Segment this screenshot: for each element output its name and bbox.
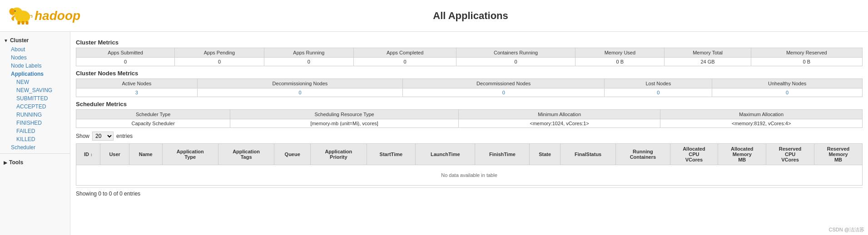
col-id[interactable]: ID ↕: [76, 144, 100, 165]
col-name[interactable]: Name: [129, 144, 162, 165]
showing-footer: Showing 0 to 0 of 0 entries: [76, 187, 863, 200]
scheduler-metrics-header-row: Scheduler Type Scheduling Resource Type …: [76, 110, 863, 119]
nodes-metrics-header-row: Active Nodes Decommissioning Nodes Decom…: [76, 79, 863, 88]
collapse-icon: ▼: [4, 38, 8, 43]
header: hadoop All Applications: [0, 0, 868, 32]
sidebar-item-new-saving[interactable]: NEW_SAVING: [9, 86, 70, 94]
main-layout: ▼ Cluster About Nodes Node Labels Applic…: [0, 32, 868, 235]
scheduler-metrics-data-row: Capacity Scheduler [memory-mb (unit=Mi),…: [76, 119, 863, 128]
showing-text: Showing 0 to 0 of 0 entries: [76, 191, 140, 197]
val-apps-pending: 0: [175, 58, 264, 66]
sidebar-item-scheduler[interactable]: Scheduler: [4, 143, 70, 152]
page-title: All Applications: [80, 10, 861, 22]
sidebar-item-running[interactable]: RUNNING: [9, 111, 70, 119]
cluster-metrics-header-row: Apps Submitted Apps Pending Apps Running…: [76, 48, 863, 58]
col-scheduler-type: Scheduler Type: [76, 110, 230, 119]
col-decommissioned-nodes: Decommissioned Nodes: [403, 79, 605, 88]
sidebar-item-about[interactable]: About: [4, 45, 70, 54]
scheduler-metrics-title: Scheduler Metrics: [76, 101, 863, 108]
col-application-priority[interactable]: ApplicationPriority: [311, 144, 367, 165]
logo-text: hadoop: [35, 9, 80, 23]
cluster-links: About Nodes Node Labels Applications NEW…: [0, 45, 70, 152]
val-decommissioning-nodes: 0: [197, 88, 402, 97]
sidebar: ▼ Cluster About Nodes Node Labels Applic…: [0, 32, 70, 235]
no-data-row: No data available in table: [76, 165, 863, 186]
sidebar-item-finished[interactable]: FINISHED: [9, 119, 70, 127]
entries-select[interactable]: 10 20 25 50 100: [92, 132, 114, 141]
sidebar-item-nodes[interactable]: Nodes: [4, 54, 70, 62]
col-apps-pending: Apps Pending: [175, 48, 264, 58]
col-finish-time[interactable]: FinishTime: [475, 144, 530, 165]
val-containers-running: 0: [456, 58, 575, 66]
val-apps-submitted: 0: [76, 58, 175, 66]
watermark: CSDN @洁洁苏: [829, 226, 864, 233]
tools-section: ▶ Tools: [0, 157, 70, 167]
cluster-metrics-table: Apps Submitted Apps Pending Apps Running…: [76, 48, 863, 66]
val-apps-completed: 0: [354, 58, 456, 66]
col-application-type[interactable]: ApplicationType: [162, 144, 218, 165]
sidebar-item-new[interactable]: NEW: [9, 78, 70, 86]
col-reserved-memory-mb[interactable]: ReservedMemoryMB: [814, 144, 862, 165]
sidebar-divider: [0, 153, 70, 154]
col-minimum-allocation: Minimum Allocation: [458, 110, 660, 119]
val-minimum-allocation: <memory:1024, vCores:1>: [458, 119, 660, 128]
hadoop-logo: [7, 4, 35, 28]
main-content: Cluster Metrics Apps Submitted Apps Pend…: [70, 32, 868, 235]
sidebar-item-killed[interactable]: KILLED: [9, 135, 70, 143]
page-title-text: All Applications: [433, 10, 508, 21]
col-launch-time[interactable]: LaunchTime: [416, 144, 475, 165]
col-allocated-cpu-vcores[interactable]: AllocatedCPUVCores: [670, 144, 718, 165]
col-running-containers[interactable]: RunningContainers: [616, 144, 670, 165]
sidebar-item-submitted[interactable]: SUBMITTED: [9, 94, 70, 103]
cluster-metrics-data-row: 0 0 0 0 0 0 B 24 GB 0 B: [76, 58, 863, 66]
no-data-cell: No data available in table: [76, 165, 863, 186]
col-user[interactable]: User: [100, 144, 129, 165]
col-memory-used: Memory Used: [575, 48, 665, 58]
sidebar-item-accepted[interactable]: ACCEPTED: [9, 103, 70, 111]
val-decommissioned-nodes: 0: [403, 88, 605, 97]
col-memory-reserved: Memory Reserved: [751, 48, 862, 58]
val-memory-total: 24 GB: [665, 58, 751, 66]
col-scheduling-resource-type: Scheduling Resource Type: [230, 110, 459, 119]
col-state[interactable]: State: [530, 144, 560, 165]
cluster-metrics-title: Cluster Metrics: [76, 39, 863, 46]
nodes-metrics-data-row: 3 0 0 0 0: [76, 88, 863, 97]
val-scheduler-type: Capacity Scheduler: [76, 119, 230, 128]
col-start-time[interactable]: StartTime: [367, 144, 416, 165]
col-decommissioning-nodes: Decommissioning Nodes: [197, 79, 402, 88]
col-application-tags[interactable]: ApplicationTags: [218, 144, 274, 165]
col-apps-completed: Apps Completed: [354, 48, 456, 58]
col-unhealthy-nodes: Unhealthy Nodes: [712, 79, 863, 88]
col-lost-nodes: Lost Nodes: [605, 79, 712, 88]
col-apps-running: Apps Running: [264, 48, 354, 58]
col-reserved-cpu-vcores[interactable]: ReservedCPUVCores: [766, 144, 814, 165]
id-sort-icon: ↕: [90, 152, 93, 157]
sidebar-item-applications[interactable]: Applications: [4, 70, 70, 78]
tools-expand-icon: ▶: [4, 160, 7, 165]
sidebar-item-failed[interactable]: FAILED: [9, 127, 70, 135]
cluster-nodes-metrics-table: Active Nodes Decommissioning Nodes Decom…: [76, 78, 863, 97]
val-scheduling-resource-type: [memory-mb (unit=Mi), vcores]: [230, 119, 459, 128]
sidebar-item-node-labels[interactable]: Node Labels: [4, 62, 70, 70]
val-active-nodes: 3: [76, 88, 198, 97]
scheduler-metrics-table: Scheduler Type Scheduling Resource Type …: [76, 109, 863, 128]
applications-table: ID ↕ User Name ApplicationType Applicati…: [76, 143, 863, 186]
col-allocated-memory-mb[interactable]: AllocatedMemoryMB: [718, 144, 766, 165]
val-unhealthy-nodes: 0: [712, 88, 863, 97]
col-active-nodes: Active Nodes: [76, 79, 198, 88]
val-memory-used: 0 B: [575, 58, 665, 66]
show-entries-row: Show 10 20 25 50 100 entries: [76, 129, 863, 143]
val-memory-reserved: 0 B: [751, 58, 862, 66]
cluster-section-header[interactable]: ▼ Cluster: [0, 35, 70, 45]
tools-label: Tools: [9, 159, 23, 166]
svg-point-2: [10, 8, 15, 15]
show-label: Show: [76, 133, 89, 139]
svg-point-4: [15, 10, 15, 11]
col-queue[interactable]: Queue: [274, 144, 311, 165]
tools-section-header[interactable]: ▶ Tools: [0, 157, 70, 167]
cluster-section: ▼ Cluster About Nodes Node Labels Applic…: [0, 35, 70, 152]
val-apps-running: 0: [264, 58, 354, 66]
col-maximum-allocation: Maximum Allocation: [660, 110, 863, 119]
svg-rect-5: [18, 21, 20, 25]
col-final-status[interactable]: FinalStatus: [560, 144, 615, 165]
